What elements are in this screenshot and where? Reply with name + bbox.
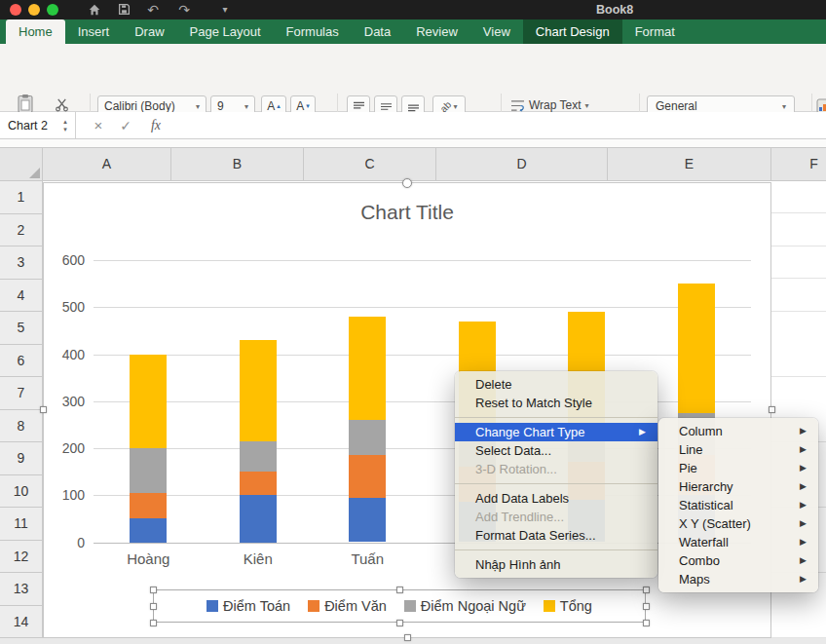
tab-home[interactable]: Home [6,19,65,44]
formula-input[interactable] [177,112,826,138]
column-header-E[interactable]: E [608,148,771,180]
legend-selection-handle[interactable] [150,603,157,610]
stepper-up-icon[interactable]: ▴ [63,118,67,126]
selection-handle-left-middle[interactable] [40,406,47,413]
select-all-corner[interactable] [0,148,43,180]
tab-data[interactable]: Data [352,19,403,44]
legend-item-i-m-ngo-i-ng[interactable]: Điểm Ngoại Ngữ [404,598,526,614]
legend-selection-handle[interactable] [643,603,650,610]
row-header-14[interactable]: 14 [0,606,42,639]
redo-icon[interactable]: ↷ [175,1,193,19]
save-icon[interactable] [115,1,132,19]
bar-segment-t-ng[interactable] [130,355,167,449]
menu-item-add-data-labels[interactable]: Add Data Labels [455,489,657,508]
tab-chart-design[interactable]: Chart Design [523,19,622,44]
column-header-C[interactable]: C [304,148,436,180]
legend-item-i-m-to-n[interactable]: Điểm Toán [206,598,290,614]
tab-view[interactable]: View [470,19,523,44]
customize-toolbar-chevron-icon[interactable]: ▾ [216,1,234,19]
tab-review[interactable]: Review [403,19,470,44]
home-icon[interactable] [86,1,103,19]
cancel-button[interactable]: × [88,112,109,138]
menu-item-format-data-series[interactable]: Format Data Series... [455,526,657,545]
tab-format[interactable]: Format [622,19,688,44]
enter-button[interactable]: ✓ [115,112,136,138]
bar-segment-i-m-v-n[interactable] [240,472,277,495]
zoom-window-button[interactable] [47,4,58,16]
column-header-B[interactable]: B [171,148,304,180]
bar-segment-i-m-to-n[interactable] [240,495,277,542]
row-header-9[interactable]: 9 [0,442,42,475]
menu-item-label: Statistical [679,496,733,514]
row-header-11[interactable]: 11 [0,508,42,541]
legend-swatch [544,600,555,612]
menu-item-pie[interactable]: Pie▶ [658,459,818,477]
menu-item-delete[interactable]: Delete [455,375,657,394]
menu-item-x-y-scatter[interactable]: X Y (Scatter)▶ [658,514,818,533]
row-header-2[interactable]: 2 [0,214,42,247]
tab-insert[interactable]: Insert [65,19,123,44]
row-header-7[interactable]: 7 [0,377,42,410]
row-header-5[interactable]: 5 [0,312,42,345]
menu-item-combo[interactable]: Combo▶ [658,551,818,570]
column-header-F[interactable]: F [771,148,826,180]
bar-segment-i-m-ngo-i-ng[interactable] [130,448,167,493]
column-header-D[interactable]: D [436,148,608,180]
bar-segment-i-m-v-n[interactable] [349,455,386,497]
bar-segment-i-m-to-n[interactable] [349,498,386,543]
row-header-4[interactable]: 4 [0,280,42,313]
menu-item-column[interactable]: Column▶ [658,422,818,440]
menu-item-hierarchy[interactable]: Hierarchy▶ [658,477,818,496]
stepper-down-icon[interactable]: ▾ [63,126,67,133]
undo-icon[interactable]: ↶ [144,1,162,19]
name-box-stepper[interactable]: ▴ ▾ [58,115,72,135]
bar-segment-t-ng[interactable] [240,340,277,441]
tab-draw[interactable]: Draw [122,19,176,44]
menu-item-waterfall[interactable]: Waterfall▶ [658,533,818,551]
menu-item-reset-to-match-style[interactable]: Reset to Match Style [455,394,657,412]
tab-page-layout[interactable]: Page Layout [177,19,274,44]
legend-selection-handle[interactable] [150,587,157,593]
wrap-text-dropdown-icon[interactable]: ▾ [585,101,589,110]
selection-handle-bottom-center[interactable] [404,634,411,641]
legend-item-t-ng[interactable]: Tổng [544,598,592,614]
column-header-A[interactable]: A [43,148,171,180]
bar-segment-i-m-ngo-i-ng[interactable] [349,420,386,455]
chart-title[interactable]: Chart Title [44,201,770,224]
row-header-1[interactable]: 1 [0,181,42,214]
legend-selection-handle[interactable] [396,587,403,593]
legend-selection-handle[interactable] [150,620,157,626]
menu-item-change-chart-type[interactable]: Change Chart Type▶ [455,423,657,441]
row-header-3[interactable]: 3 [0,246,42,280]
menu-item-nh-p-h-nh-nh[interactable]: Nhập Hình ảnh [455,555,657,574]
bar-segment-i-m-ngo-i-ng[interactable] [240,441,277,472]
orientation-dropdown-icon[interactable]: ▾ [454,102,458,111]
row-header-6[interactable]: 6 [0,345,42,378]
wrap-text-button[interactable]: Wrap Text ▾ [510,98,589,112]
legend-selection-handle[interactable] [396,620,403,626]
row-header-12[interactable]: 12 [0,541,42,574]
chart-legend[interactable]: Điểm ToánĐiểm VănĐiểm Ngoại NgữTổng [153,589,646,623]
close-window-button[interactable] [10,4,21,16]
legend-selection-handle[interactable] [643,587,650,593]
menu-separator [455,549,657,550]
legend-item-i-m-v-n[interactable]: Điểm Văn [308,598,387,614]
bar-segment-i-m-to-n[interactable] [130,518,167,542]
menu-item-line[interactable]: Line▶ [658,440,818,459]
row-header-8[interactable]: 8 [0,410,42,443]
cut-button[interactable] [55,97,69,112]
insert-function-button[interactable]: fx [144,112,168,138]
minimize-window-button[interactable] [28,4,40,16]
row-header-13[interactable]: 13 [0,573,42,606]
selection-handle-top-center[interactable] [402,178,412,188]
bar-segment-i-m-v-n[interactable] [130,493,167,519]
legend-selection-handle[interactable] [643,620,650,626]
menu-item-maps[interactable]: Maps▶ [658,570,818,588]
bar-segment-t-ng[interactable] [678,284,715,413]
row-header-10[interactable]: 10 [0,475,42,509]
menu-item-select-data[interactable]: Select Data... [455,441,657,460]
selection-handle-right-middle[interactable] [769,406,775,413]
bar-segment-t-ng[interactable] [349,317,386,420]
menu-item-statistical[interactable]: Statistical▶ [658,496,818,514]
tab-formulas[interactable]: Formulas [274,19,352,44]
